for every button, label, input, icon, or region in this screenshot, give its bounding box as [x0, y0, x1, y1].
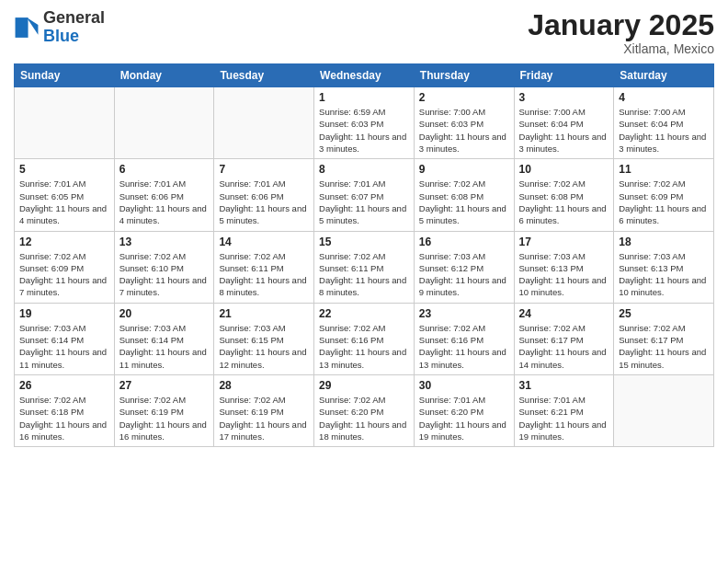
- day-cell-2-0: 12Sunrise: 7:02 AMSunset: 6:09 PMDayligh…: [15, 231, 115, 303]
- week-row-5: 26Sunrise: 7:02 AMSunset: 6:18 PMDayligh…: [15, 374, 714, 446]
- day-info-22: Sunrise: 7:02 AMSunset: 6:16 PMDaylight:…: [319, 322, 409, 371]
- day-number-14: 14: [219, 236, 309, 248]
- day-number-24: 24: [519, 307, 609, 320]
- day-info-13: Sunrise: 7:02 AMSunset: 6:10 PMDaylight:…: [119, 250, 210, 299]
- day-number-26: 26: [19, 379, 109, 392]
- day-info-25: Sunrise: 7:02 AMSunset: 6:17 PMDaylight:…: [619, 322, 709, 371]
- day-info-16: Sunrise: 7:03 AMSunset: 6:12 PMDaylight:…: [419, 250, 509, 299]
- day-number-31: 31: [519, 379, 609, 392]
- day-cell-0-0: [15, 87, 115, 159]
- day-number-1: 1: [319, 91, 409, 104]
- col-wednesday: Wednesday: [314, 64, 415, 87]
- day-info-14: Sunrise: 7:02 AMSunset: 6:11 PMDaylight:…: [219, 250, 309, 299]
- day-cell-0-3: 1Sunrise: 6:59 AMSunset: 6:03 PMDaylight…: [314, 87, 415, 159]
- day-info-27: Sunrise: 7:02 AMSunset: 6:19 PMDaylight:…: [119, 394, 210, 442]
- col-thursday: Thursday: [414, 64, 514, 87]
- day-cell-4-6: [614, 374, 714, 446]
- day-number-30: 30: [419, 379, 509, 392]
- day-info-23: Sunrise: 7:02 AMSunset: 6:16 PMDaylight:…: [419, 322, 509, 371]
- calendar-table: Sunday Monday Tuesday Wednesday Thursday…: [14, 63, 714, 447]
- day-number-5: 5: [19, 163, 109, 176]
- day-info-12: Sunrise: 7:02 AMSunset: 6:09 PMDaylight:…: [19, 250, 109, 299]
- day-info-26: Sunrise: 7:02 AMSunset: 6:18 PMDaylight:…: [19, 394, 109, 442]
- day-cell-3-3: 22Sunrise: 7:02 AMSunset: 6:16 PMDayligh…: [314, 303, 415, 374]
- day-cell-2-3: 15Sunrise: 7:02 AMSunset: 6:11 PMDayligh…: [314, 231, 415, 303]
- logo-icon: [14, 15, 40, 40]
- day-cell-3-5: 24Sunrise: 7:02 AMSunset: 6:17 PMDayligh…: [514, 303, 614, 374]
- header-row: Sunday Monday Tuesday Wednesday Thursday…: [15, 64, 714, 87]
- day-cell-1-1: 6Sunrise: 7:01 AMSunset: 6:06 PMDaylight…: [114, 159, 214, 231]
- day-cell-1-2: 7Sunrise: 7:01 AMSunset: 6:06 PMDaylight…: [214, 159, 314, 231]
- day-number-23: 23: [419, 307, 509, 320]
- day-number-17: 17: [519, 236, 609, 248]
- day-number-6: 6: [119, 163, 210, 176]
- day-info-31: Sunrise: 7:01 AMSunset: 6:21 PMDaylight:…: [519, 394, 609, 442]
- day-cell-0-6: 4Sunrise: 7:00 AMSunset: 6:04 PMDaylight…: [614, 87, 714, 159]
- day-cell-3-0: 19Sunrise: 7:03 AMSunset: 6:14 PMDayligh…: [15, 303, 115, 374]
- day-number-27: 27: [119, 379, 210, 392]
- day-info-18: Sunrise: 7:03 AMSunset: 6:13 PMDaylight:…: [619, 250, 709, 299]
- day-number-20: 20: [119, 307, 210, 320]
- col-saturday: Saturday: [614, 64, 714, 87]
- svg-rect-3: [16, 28, 28, 38]
- page: General Blue January 2025 Xitlama, Mexic…: [0, 0, 728, 563]
- day-info-15: Sunrise: 7:02 AMSunset: 6:11 PMDaylight:…: [319, 250, 409, 299]
- day-info-30: Sunrise: 7:01 AMSunset: 6:20 PMDaylight:…: [419, 394, 509, 442]
- day-number-2: 2: [419, 91, 509, 104]
- day-info-4: Sunrise: 7:00 AMSunset: 6:04 PMDaylight:…: [619, 106, 709, 155]
- day-cell-2-4: 16Sunrise: 7:03 AMSunset: 6:12 PMDayligh…: [414, 231, 514, 303]
- title-block: January 2025 Xitlama, Mexico: [528, 9, 714, 56]
- day-cell-3-1: 20Sunrise: 7:03 AMSunset: 6:14 PMDayligh…: [114, 303, 214, 374]
- day-number-9: 9: [419, 163, 509, 176]
- day-info-8: Sunrise: 7:01 AMSunset: 6:07 PMDaylight:…: [319, 178, 409, 226]
- day-number-12: 12: [19, 236, 109, 248]
- day-info-24: Sunrise: 7:02 AMSunset: 6:17 PMDaylight:…: [519, 322, 609, 371]
- day-cell-0-4: 2Sunrise: 7:00 AMSunset: 6:03 PMDaylight…: [414, 87, 514, 159]
- day-info-19: Sunrise: 7:03 AMSunset: 6:14 PMDaylight:…: [19, 322, 109, 371]
- week-row-4: 19Sunrise: 7:03 AMSunset: 6:14 PMDayligh…: [15, 303, 714, 374]
- day-number-4: 4: [619, 91, 709, 104]
- col-monday: Monday: [114, 64, 214, 87]
- day-number-8: 8: [319, 163, 409, 176]
- day-info-6: Sunrise: 7:01 AMSunset: 6:06 PMDaylight:…: [119, 178, 210, 226]
- day-cell-4-3: 29Sunrise: 7:02 AMSunset: 6:20 PMDayligh…: [314, 374, 415, 446]
- col-sunday: Sunday: [15, 64, 115, 87]
- logo: General Blue: [14, 9, 105, 46]
- day-cell-1-4: 9Sunrise: 7:02 AMSunset: 6:08 PMDaylight…: [414, 159, 514, 231]
- svg-rect-2: [16, 17, 28, 28]
- day-number-18: 18: [619, 236, 709, 248]
- day-info-17: Sunrise: 7:03 AMSunset: 6:13 PMDaylight:…: [519, 250, 609, 299]
- day-cell-2-2: 14Sunrise: 7:02 AMSunset: 6:11 PMDayligh…: [214, 231, 314, 303]
- day-cell-4-1: 27Sunrise: 7:02 AMSunset: 6:19 PMDayligh…: [114, 374, 214, 446]
- day-info-20: Sunrise: 7:03 AMSunset: 6:14 PMDaylight:…: [119, 322, 210, 371]
- week-row-1: 1Sunrise: 6:59 AMSunset: 6:03 PMDaylight…: [15, 87, 714, 159]
- day-info-9: Sunrise: 7:02 AMSunset: 6:08 PMDaylight:…: [419, 178, 509, 226]
- header: General Blue January 2025 Xitlama, Mexic…: [14, 9, 714, 56]
- col-tuesday: Tuesday: [214, 64, 314, 87]
- day-number-7: 7: [219, 163, 309, 176]
- day-cell-1-3: 8Sunrise: 7:01 AMSunset: 6:07 PMDaylight…: [314, 159, 415, 231]
- calendar-title: January 2025: [528, 9, 714, 41]
- day-info-1: Sunrise: 6:59 AMSunset: 6:03 PMDaylight:…: [319, 106, 409, 155]
- day-cell-1-0: 5Sunrise: 7:01 AMSunset: 6:05 PMDaylight…: [15, 159, 115, 231]
- day-cell-0-2: [214, 87, 314, 159]
- col-friday: Friday: [514, 64, 614, 87]
- day-cell-0-5: 3Sunrise: 7:00 AMSunset: 6:04 PMDaylight…: [514, 87, 614, 159]
- day-cell-4-2: 28Sunrise: 7:02 AMSunset: 6:19 PMDayligh…: [214, 374, 314, 446]
- day-info-28: Sunrise: 7:02 AMSunset: 6:19 PMDaylight:…: [219, 394, 309, 442]
- day-number-21: 21: [219, 307, 309, 320]
- day-number-16: 16: [419, 236, 509, 248]
- week-row-2: 5Sunrise: 7:01 AMSunset: 6:05 PMDaylight…: [15, 159, 714, 231]
- week-row-3: 12Sunrise: 7:02 AMSunset: 6:09 PMDayligh…: [15, 231, 714, 303]
- day-number-15: 15: [319, 236, 409, 248]
- day-cell-1-5: 10Sunrise: 7:02 AMSunset: 6:08 PMDayligh…: [514, 159, 614, 231]
- day-info-2: Sunrise: 7:00 AMSunset: 6:03 PMDaylight:…: [419, 106, 509, 155]
- day-info-29: Sunrise: 7:02 AMSunset: 6:20 PMDaylight:…: [319, 394, 409, 442]
- day-cell-4-0: 26Sunrise: 7:02 AMSunset: 6:18 PMDayligh…: [15, 374, 115, 446]
- day-info-11: Sunrise: 7:02 AMSunset: 6:09 PMDaylight:…: [619, 178, 709, 226]
- day-number-29: 29: [319, 379, 409, 392]
- logo-text: General Blue: [43, 9, 105, 46]
- day-info-3: Sunrise: 7:00 AMSunset: 6:04 PMDaylight:…: [519, 106, 609, 155]
- day-number-3: 3: [519, 91, 609, 104]
- day-number-11: 11: [619, 163, 709, 176]
